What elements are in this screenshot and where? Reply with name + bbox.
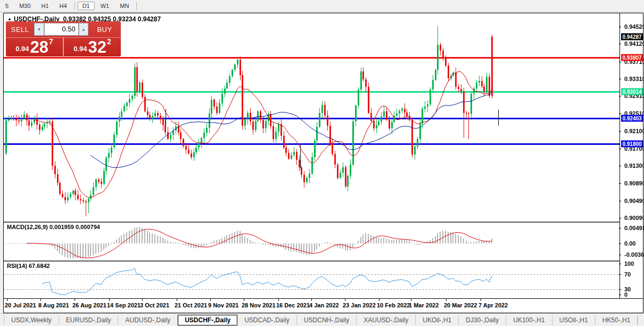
toolbar-separator: [136, 2, 137, 10]
date-axis-tick: [379, 299, 379, 301]
date-axis-label: 4 Jan 2022: [309, 302, 339, 308]
date-axis-tick: [446, 299, 447, 301]
volume-increase-button[interactable]: ▴: [79, 23, 88, 36]
level-price-badge: 0.93014: [621, 88, 643, 95]
price-axis-label: 0.93310: [624, 76, 644, 82]
volume-decrease-button[interactable]: ▾: [34, 23, 44, 36]
axis-tick: [619, 131, 621, 132]
timeframe-button-h4[interactable]: H4: [55, 2, 72, 10]
date-axis-label: 23 Jan 2022: [343, 302, 376, 308]
chart-tab-uk100-h1[interactable]: UK100-,H1: [506, 315, 552, 325]
timeframe-button-5[interactable]: 5: [1, 2, 13, 10]
mt4-workspace: 5M30H1H4D1W1MN ▲USDCHF-,Daily 0.93382 0.…: [0, 0, 644, 326]
date-axis-label: 16 Dec 2021: [276, 302, 310, 308]
price-axis-label: 0.91300: [624, 162, 644, 169]
price-axis-label: 0.94120: [624, 40, 644, 47]
axis-tick: [619, 149, 621, 149]
axis-tick: [619, 255, 621, 255]
sell-price-prefix: 0.94: [15, 43, 29, 55]
sell-price-pips: 28: [30, 40, 48, 55]
axis-tick: [619, 183, 621, 184]
macd-axis-label: 0.004913: [624, 225, 644, 231]
macd-signal-value: 0.000794: [76, 224, 100, 230]
date-axis-tick: [40, 299, 41, 301]
date-axis-label: 9 Nov 2021: [208, 302, 238, 308]
rsi-axis-label: 0: [624, 291, 628, 298]
date-axis-label: 14 Sep 2021: [107, 302, 141, 308]
date-axis-label: 7 Apr 2022: [478, 302, 508, 308]
level-price-badge: 0.92403: [621, 115, 643, 122]
chart-tab-usdx-weekly[interactable]: USDX,Weekly: [4, 315, 59, 325]
tab-scroll-controls: ◂▸: [638, 316, 644, 324]
axis-tick: [619, 289, 621, 290]
axis-tick: [619, 62, 621, 62]
buy-button[interactable]: BUY: [88, 26, 121, 34]
price-axis[interactable]: 0.945200.941200.937100.933100.929100.925…: [620, 13, 643, 298]
buy-price-prefix: 0.94: [73, 43, 87, 55]
chart-tab-hk50-h1[interactable]: HK50-,H1: [596, 315, 638, 325]
axis-tick: [619, 96, 621, 96]
chart-tab-usdcad-daily[interactable]: USDCAD-,Daily: [237, 315, 297, 325]
rsi-panel-divider[interactable]: [4, 260, 643, 262]
collapse-chart-icon[interactable]: ▲: [7, 17, 12, 21]
axis-tick: [619, 166, 621, 166]
axis-tick: [619, 228, 621, 229]
sell-price-point: 7: [49, 39, 53, 44]
axis-tick: [619, 113, 621, 114]
level-price-badge: 0.93807: [621, 54, 643, 61]
axis-tick: [619, 218, 621, 218]
timeframe-button-d1[interactable]: D1: [78, 2, 95, 10]
rsi-axis-label: 100: [624, 260, 634, 267]
macd-indicator-label: MACD(12,26,9) 0.001959 0.000794: [7, 224, 100, 230]
price-axis-label: 0.94520: [624, 23, 644, 30]
volume-input[interactable]: 0.50: [44, 23, 79, 36]
date-axis-tick: [278, 299, 279, 301]
sell-button[interactable]: SELL: [6, 26, 34, 34]
chart-window: ▲USDCHF-,Daily 0.93382 0.94325 0.93234 0…: [3, 13, 643, 313]
chart-tab-ukoil-h1[interactable]: UKOil-,H1: [416, 315, 459, 325]
level-price-badge: 0.91800: [621, 141, 643, 148]
date-axis-label: 21 Oct 2021: [175, 302, 207, 308]
buy-price-button[interactable]: 0.94 32 2: [64, 38, 121, 56]
timeframe-button-h1[interactable]: H1: [37, 2, 54, 10]
chart-tab-dj30-daily[interactable]: DJ30-,Daily: [459, 315, 506, 325]
axis-tick: [619, 27, 621, 27]
date-axis-label: 10 Feb 2022: [377, 302, 410, 308]
date-axis-tick: [210, 299, 211, 301]
timeframe-button-m30[interactable]: M30: [14, 2, 35, 10]
price-axis-label: 0.90890: [624, 180, 644, 186]
chart-tab-usoil-h1[interactable]: USOil-,H1: [552, 315, 596, 325]
chart-tab-usdcnh-daily[interactable]: USDCNH-,Daily: [297, 315, 357, 325]
macd-axis-label: -0.003614: [624, 251, 644, 258]
axis-tick: [619, 44, 621, 44]
price-axis-label: 0.90490: [624, 198, 644, 204]
toolbar-separator: [75, 2, 75, 10]
timeframe-button-w1[interactable]: W1: [96, 2, 114, 10]
chart-tab-usdchf-daily[interactable]: USDCHF-,Daily: [178, 315, 237, 325]
axis-tick: [619, 264, 621, 264]
timeframe-button-mn[interactable]: MN: [115, 2, 134, 10]
date-axis-label: 3 Oct 2021: [140, 302, 169, 308]
chart-tab-eurusd-daily[interactable]: EURUSD-,Daily: [59, 315, 119, 325]
chart-tab-audusd-daily[interactable]: AUDUSD-,Daily: [118, 315, 178, 325]
date-axis[interactable]: 20 Jul 20218 Aug 202126 Aug 202114 Sep 2…: [4, 299, 620, 313]
date-axis-tick: [177, 299, 177, 301]
date-axis-label: 8 Aug 2021: [38, 302, 69, 308]
current-price-badge: 0.94287: [621, 34, 643, 40]
price-axis-label: 0.90090: [624, 215, 644, 221]
macd-axis-label: 0.00: [624, 240, 635, 247]
axis-tick: [619, 295, 621, 295]
chart-tab-xauusd-daily[interactable]: XAUUSD-,Daily: [357, 315, 416, 325]
macd-panel-divider[interactable]: [4, 222, 643, 223]
date-axis-tick: [109, 299, 110, 301]
rsi-axis-label: 70: [624, 271, 631, 278]
date-axis-label: 20 Mar 2022: [444, 302, 477, 308]
axis-tick: [619, 243, 621, 244]
date-axis-tick: [345, 299, 345, 301]
date-axis-label: 1 Mar 2022: [409, 302, 439, 308]
date-axis-tick: [75, 299, 75, 301]
axis-tick: [619, 79, 621, 79]
buy-price-point: 2: [107, 39, 111, 44]
buy-price-pips: 32: [88, 40, 106, 55]
sell-price-button[interactable]: 0.94 28 7: [6, 38, 64, 56]
